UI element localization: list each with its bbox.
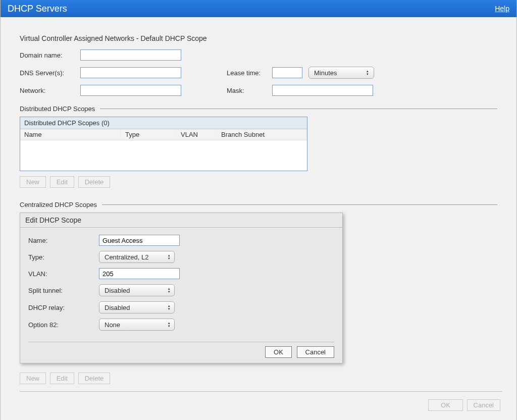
dhcp-servers-window: DHCP Servers Help Virtual Controller Ass… bbox=[0, 0, 517, 420]
scope-vlan-label: VLAN: bbox=[28, 270, 99, 278]
col-name: Name bbox=[20, 129, 121, 140]
col-type: Type bbox=[121, 129, 177, 140]
centralized-buttons: New Edit Delete bbox=[20, 373, 497, 384]
col-branch-subnet: Branch Subnet bbox=[217, 129, 307, 140]
dialog-divider bbox=[28, 342, 334, 342]
chevron-updown-icon bbox=[168, 322, 170, 328]
dhcp-relay-select[interactable]: Disabled bbox=[99, 301, 175, 313]
help-link[interactable]: Help bbox=[495, 5, 509, 13]
network-input[interactable] bbox=[80, 85, 181, 96]
distributed-table-header: Name Type VLAN Branch Subnet bbox=[20, 129, 307, 140]
dialog-title: Edit DHCP Scope bbox=[20, 213, 342, 228]
distributed-table-title: Distributed DHCP Scopes (0) bbox=[20, 117, 307, 129]
col-vlan: VLAN bbox=[177, 129, 217, 140]
centralized-new-button[interactable]: New bbox=[20, 373, 46, 384]
mask-input[interactable] bbox=[272, 85, 373, 96]
dialog-ok-button[interactable]: OK bbox=[265, 346, 292, 358]
split-tunnel-select[interactable]: Disabled bbox=[99, 284, 175, 296]
dns-servers-label: DNS Server(s): bbox=[20, 69, 80, 77]
distributed-table: Distributed DHCP Scopes (0) Name Type VL… bbox=[20, 117, 307, 171]
dns-servers-input[interactable] bbox=[80, 67, 181, 78]
centralized-delete-button[interactable]: Delete bbox=[78, 373, 111, 384]
domain-name-input[interactable] bbox=[80, 49, 181, 61]
distributed-new-button[interactable]: New bbox=[20, 176, 46, 188]
chevron-updown-icon bbox=[168, 254, 170, 260]
page-cancel-button[interactable]: Cancel bbox=[467, 399, 500, 411]
chevron-updown-icon bbox=[168, 304, 170, 310]
centralized-legend: Centralized DHCP Scopes bbox=[20, 201, 497, 208]
dhcp-relay-label: DHCP relay: bbox=[28, 304, 99, 311]
chevron-updown-icon bbox=[366, 70, 370, 76]
dhcp-relay-value: Disabled bbox=[105, 304, 130, 311]
option82-value: None bbox=[105, 321, 120, 329]
option82-label: Option 82: bbox=[28, 321, 99, 329]
footer-divider bbox=[20, 391, 502, 392]
edit-scope-dialog: Edit DHCP Scope Name: Type: Centralized,… bbox=[20, 213, 343, 363]
scope-type-value: Centralized, L2 bbox=[105, 253, 148, 261]
scope-vlan-input[interactable] bbox=[99, 268, 180, 279]
vcan-section-title: Virtual Controller Assigned Networks - D… bbox=[20, 34, 497, 42]
split-tunnel-value: Disabled bbox=[105, 287, 130, 294]
lease-time-label: Lease time: bbox=[227, 69, 272, 77]
lease-time-input[interactable] bbox=[272, 67, 302, 78]
distributed-edit-button[interactable]: Edit bbox=[50, 176, 74, 188]
dialog-cancel-button[interactable]: Cancel bbox=[297, 346, 334, 358]
option82-select[interactable]: None bbox=[99, 319, 175, 331]
footer-buttons: OK Cancel bbox=[428, 399, 502, 411]
page-title: DHCP Servers bbox=[8, 4, 67, 14]
scope-name-input[interactable] bbox=[99, 235, 180, 246]
distributed-legend: Distributed DHCP Scopes bbox=[20, 105, 497, 113]
distributed-table-body bbox=[20, 140, 307, 171]
mask-label: Mask: bbox=[227, 87, 272, 94]
chevron-updown-icon bbox=[168, 287, 170, 293]
lease-unit-value: Minutes bbox=[314, 69, 337, 77]
scope-type-label: Type: bbox=[28, 253, 99, 261]
scope-name-label: Name: bbox=[28, 237, 99, 244]
page-ok-button[interactable]: OK bbox=[428, 399, 463, 411]
network-label: Network: bbox=[20, 87, 80, 94]
distributed-buttons: New Edit Delete bbox=[20, 176, 497, 188]
lease-unit-select[interactable]: Minutes bbox=[308, 67, 374, 79]
split-tunnel-label: Split tunnel: bbox=[28, 287, 99, 294]
centralized-edit-button[interactable]: Edit bbox=[50, 373, 74, 384]
titlebar: DHCP Servers Help bbox=[1, 0, 516, 17]
distributed-delete-button[interactable]: Delete bbox=[78, 176, 111, 188]
scope-type-select[interactable]: Centralized, L2 bbox=[99, 251, 175, 263]
domain-name-label: Domain name: bbox=[20, 51, 80, 59]
